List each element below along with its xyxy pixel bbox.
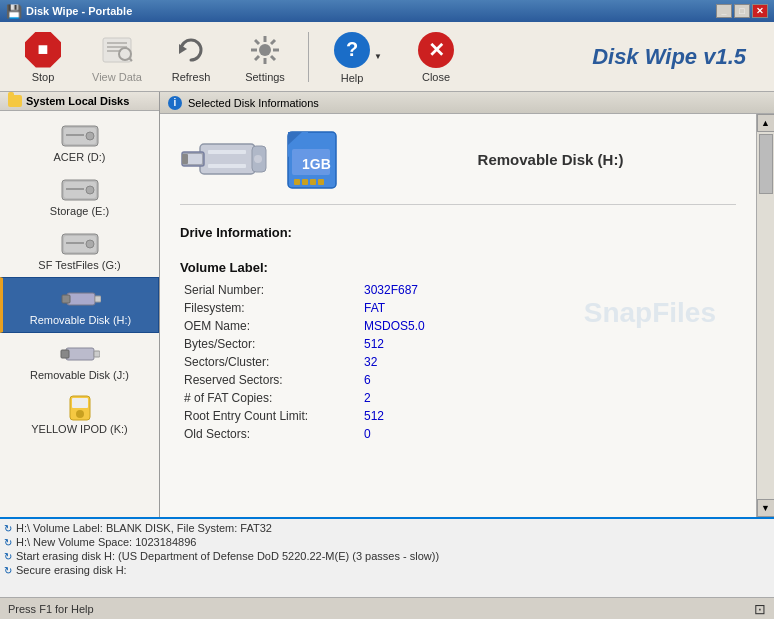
svg-rect-33 <box>94 351 100 357</box>
close-button[interactable]: ✕ Close <box>401 26 471 88</box>
log-entry: ↻Start erasing disk H: (US Department of… <box>4 549 770 563</box>
sidebar-header-text: System Local Disks <box>26 95 129 107</box>
disk-icon-acer <box>60 121 100 151</box>
log-entry: ↻Secure erasing disk H: <box>4 563 770 577</box>
disk-item-storage[interactable]: Storage (E:) <box>0 169 159 223</box>
right-panel: i Selected Disk Informations <box>160 92 774 517</box>
log-entry: ↻H:\ New Volume Space: 1023184896 <box>4 535 770 549</box>
refresh-button[interactable]: Refresh <box>156 26 226 88</box>
settings-label: Settings <box>245 71 285 83</box>
usb-small-icon <box>61 285 101 313</box>
disk-label-acer: ACER (D:) <box>54 151 106 163</box>
help-button[interactable]: ? Help ▼ <box>317 26 397 88</box>
disk-icon-storage <box>60 175 100 205</box>
toolbar-separator <box>308 32 309 82</box>
scroll-thumb[interactable] <box>759 134 773 194</box>
app-title: Disk Wipe v1.5 <box>592 44 766 70</box>
log-area: ↻H:\ Volume Label: BLANK DISK, File Syst… <box>0 517 774 597</box>
info-field-label: Reserved Sectors: <box>180 371 360 389</box>
settings-icon <box>247 32 283 68</box>
info-field-value: 0 <box>360 425 736 443</box>
disk-item-acer[interactable]: ACER (D:) <box>0 115 159 169</box>
info-table-row: Old Sectors:0 <box>180 425 736 443</box>
disk-info-top: 1GB Removable Disk (H:) SnapFiles <box>180 124 736 205</box>
log-entry: ↻H:\ Volume Label: BLANK DISK, File Syst… <box>4 521 770 535</box>
svg-point-36 <box>76 410 84 418</box>
disk-list[interactable]: ACER (D:) Storage (E:) <box>0 111 159 517</box>
settings-icon-area <box>245 31 285 69</box>
log-icon: ↻ <box>4 551 12 562</box>
svg-rect-27 <box>66 242 84 244</box>
info-field-value: FAT <box>360 299 736 317</box>
stop-icon: ■ <box>25 32 61 68</box>
svg-rect-52 <box>310 179 316 185</box>
refresh-icon <box>173 32 209 68</box>
disk-item-sftestfiles[interactable]: SF TestFiles (G:) <box>0 223 159 277</box>
info-field-label: # of FAT Copies: <box>180 389 360 407</box>
scroll-down-btn[interactable]: ▼ <box>757 499 775 517</box>
svg-point-26 <box>86 240 94 248</box>
svg-rect-51 <box>302 179 308 185</box>
svg-rect-19 <box>66 134 84 136</box>
title-bar-buttons: _ □ ✕ <box>716 4 768 18</box>
disk-item-yellow-ipod[interactable]: YELLOW IPOD (K:) <box>0 387 159 441</box>
svg-rect-1 <box>107 42 127 44</box>
folder-icon <box>8 95 22 107</box>
disk-label-yellow-ipod: YELLOW IPOD (K:) <box>31 423 128 435</box>
maximize-button[interactable]: □ <box>734 4 750 18</box>
svg-rect-32 <box>61 350 69 358</box>
disk-item-removable-j[interactable]: Removable Disk (J:) <box>0 333 159 387</box>
svg-rect-35 <box>72 398 88 408</box>
sidebar: System Local Disks ACER (D:) <box>0 92 160 517</box>
svg-point-22 <box>86 186 94 194</box>
toolbar: ■ Stop View Data Refresh <box>0 22 774 92</box>
disk-icon-sftestfiles <box>60 229 100 259</box>
help-dropdown-arrow: ▼ <box>374 52 382 61</box>
info-table-row: Filesystem:FAT <box>180 299 736 317</box>
svg-rect-37 <box>200 144 255 174</box>
right-scrollbar[interactable]: ▲ ▼ <box>756 114 774 517</box>
info-table-row: Root Entry Count Limit:512 <box>180 407 736 425</box>
selected-disk-name: Removable Disk (H:) <box>365 151 736 168</box>
svg-line-15 <box>255 56 259 60</box>
info-table: Serial Number:3032F687Filesystem:FATOEM … <box>180 281 736 443</box>
panel-body: 1GB Removable Disk (H:) SnapFiles <box>160 114 774 517</box>
hdd-icon-3 <box>60 230 100 258</box>
minimize-button[interactable]: _ <box>716 4 732 18</box>
svg-rect-28 <box>67 293 95 305</box>
info-field-value: 32 <box>360 353 736 371</box>
svg-rect-30 <box>95 296 101 302</box>
sd-card-visual: 1GB <box>280 127 345 192</box>
log-text: Secure erasing disk H: <box>16 564 127 576</box>
panel-content[interactable]: 1GB Removable Disk (H:) SnapFiles <box>160 114 756 517</box>
settings-button[interactable]: Settings <box>230 26 300 88</box>
svg-rect-31 <box>66 348 94 360</box>
sidebar-header: System Local Disks <box>0 92 159 111</box>
volume-label-heading: Volume Label: <box>180 260 736 275</box>
log-text: H:\ Volume Label: BLANK DISK, File Syste… <box>16 522 272 534</box>
disk-item-removable-h[interactable]: Removable Disk (H:) <box>0 277 159 333</box>
content-wrapper: System Local Disks ACER (D:) <box>0 92 774 619</box>
info-field-label: Old Sectors: <box>180 425 360 443</box>
disk-label-removable-j: Removable Disk (J:) <box>30 369 129 381</box>
info-field-label: Serial Number: <box>180 281 360 299</box>
stop-button[interactable]: ■ Stop <box>8 26 78 88</box>
disk-label-sftestfiles: SF TestFiles (G:) <box>38 259 120 271</box>
close-icon-area: ✕ <box>416 31 456 69</box>
close-label: Close <box>422 71 450 83</box>
svg-point-44 <box>254 155 262 163</box>
svg-rect-41 <box>208 150 246 154</box>
info-field-value: 512 <box>360 407 736 425</box>
log-text: Start erasing disk H: (US Department of … <box>16 550 439 562</box>
title-bar: 💾 Disk Wipe - Portable _ □ ✕ <box>0 0 774 22</box>
info-field-value: 3032F687 <box>360 281 736 299</box>
disk-label-storage: Storage (E:) <box>50 205 109 217</box>
info-field-value: 512 <box>360 335 736 353</box>
close-window-button[interactable]: ✕ <box>752 4 768 18</box>
info-table-row: Bytes/Sector:512 <box>180 335 736 353</box>
info-field-value: 6 <box>360 371 736 389</box>
title-bar-text: Disk Wipe - Portable <box>26 5 716 17</box>
scroll-up-btn[interactable]: ▲ <box>757 114 775 132</box>
view-data-button[interactable]: View Data <box>82 26 152 88</box>
ipod-icon <box>60 394 100 422</box>
